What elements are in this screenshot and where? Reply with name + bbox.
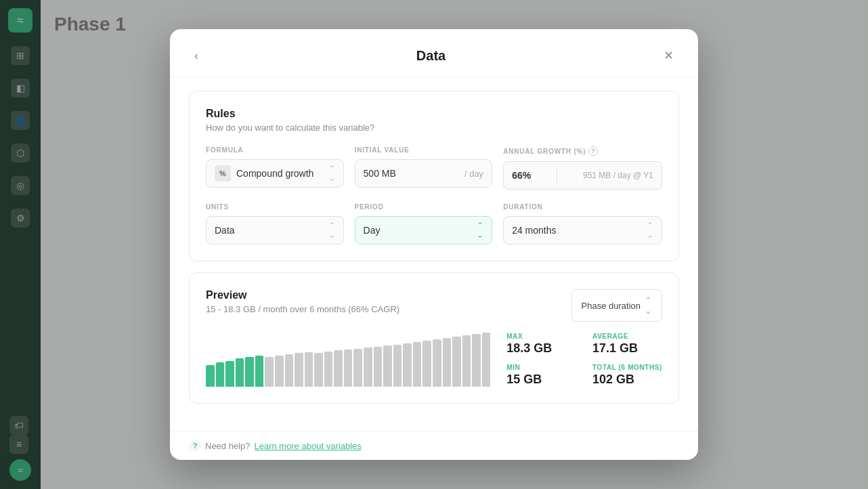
modal: ‹ Data ✕ Rules How do you want to calcul…: [170, 29, 698, 460]
preview-title-group: Preview 15 - 18.3 GB / month over 6 mont…: [206, 289, 399, 314]
chart-bar: [353, 349, 362, 387]
units-dropdown[interactable]: Data ⌃⌄: [206, 216, 344, 244]
min-label: MIN: [506, 364, 576, 371]
chart-bar: [305, 352, 313, 387]
modal-back-button[interactable]: ‹: [189, 46, 204, 66]
max-label: MAX: [506, 333, 576, 340]
chart-bar: [275, 356, 284, 387]
preview-header: Preview 15 - 18.3 GB / month over 6 mont…: [206, 289, 662, 322]
rules-card: Rules How do you want to calculate this …: [189, 91, 679, 261]
chart-bar: [216, 362, 225, 387]
period-chevron-icon: ⌃⌄: [477, 221, 483, 240]
rules-row-2: UNITS Data ⌃⌄ PERIOD Day ⌃⌄: [206, 203, 662, 244]
annual-growth-group: ANNUAL GROWTH (%) ? 66% 951 MB / day @ Y…: [503, 146, 662, 190]
chart-bar: [393, 345, 402, 387]
formula-dropdown[interactable]: % Compound growth ⌃⌄: [206, 159, 344, 188]
duration-label: DURATION: [503, 203, 662, 211]
initial-value-input[interactable]: 500 MB / day: [355, 159, 493, 188]
annual-preview: 951 MB / day @ Y1: [583, 171, 653, 180]
rules-row-1: FORMULA % Compound growth ⌃⌄ INITIAL VAL…: [206, 146, 662, 190]
chart-bar: [334, 350, 343, 387]
chart-bar: [236, 358, 244, 387]
modal-title: Data: [416, 48, 446, 64]
rules-title: Rules: [206, 108, 662, 120]
chart-container: MAX 18.3 GB AVERAGE 17.1 GB MIN 15 GB: [206, 333, 662, 387]
average-label: AVERAGE: [592, 333, 662, 340]
period-dropdown[interactable]: Day ⌃⌄: [355, 216, 493, 244]
chart-bar: [364, 347, 372, 387]
annual-label: ANNUAL GROWTH (%) ?: [503, 146, 662, 156]
modal-footer: ? Need help? Learn more about variables: [170, 431, 698, 460]
chart-bar: [374, 347, 383, 387]
modal-close-button[interactable]: ✕: [658, 45, 679, 66]
chart-bar: [206, 365, 215, 387]
min-value: 15 GB: [506, 373, 576, 387]
total-value: 102 GB: [592, 373, 662, 387]
duration-group: DURATION 24 months ⌃⌄: [503, 203, 662, 244]
annual-divider: [557, 167, 557, 184]
chart-bar: [452, 337, 461, 387]
annual-help-icon[interactable]: ?: [588, 146, 598, 156]
chart-bar: [255, 356, 264, 387]
chart-bar: [443, 338, 452, 387]
period-value: Day: [364, 225, 472, 236]
period-label: PERIOD: [355, 203, 493, 211]
duration-value: 24 months: [512, 225, 641, 236]
chart-bar: [422, 341, 431, 387]
preview-title: Preview: [206, 289, 399, 301]
units-chevron-icon: ⌃⌄: [328, 221, 335, 240]
phase-duration-button[interactable]: Phase duration ⌃⌄: [571, 289, 662, 322]
duration-dropdown[interactable]: 24 months ⌃⌄: [503, 216, 662, 244]
chart-bar: [472, 334, 481, 387]
chart-bar: [482, 333, 491, 387]
units-value: Data: [215, 225, 323, 236]
preview-card: Preview 15 - 18.3 GB / month over 6 mont…: [189, 272, 679, 404]
units-group: UNITS Data ⌃⌄: [206, 203, 344, 244]
formula-chevron-icon: ⌃⌄: [328, 164, 335, 183]
average-value: 17.1 GB: [592, 341, 662, 356]
initial-value-group: INITIAL VALUE 500 MB / day: [355, 146, 493, 190]
chart-bar: [433, 339, 441, 387]
chart-stats: MAX 18.3 GB AVERAGE 17.1 GB MIN 15 GB: [506, 333, 662, 387]
chart-bar: [225, 361, 234, 387]
chart-bar: [324, 352, 333, 387]
chart-bar: [285, 354, 294, 387]
rules-subtitle: How do you want to calculate this variab…: [206, 123, 662, 133]
formula-value: Compound growth: [236, 168, 323, 179]
total-label: TOTAL (6 MONTHS): [592, 364, 662, 371]
stat-max: MAX 18.3 GB: [506, 333, 576, 356]
footer-help-icon: ?: [189, 440, 201, 452]
initial-value: 500 MB: [364, 168, 464, 179]
formula-percent-icon: %: [215, 165, 231, 182]
formula-group: FORMULA % Compound growth ⌃⌄: [206, 146, 344, 190]
chart-bar: [295, 353, 303, 387]
footer-link[interactable]: Learn more about variables: [255, 441, 362, 451]
chart-bar: [265, 357, 274, 387]
formula-label: FORMULA: [206, 146, 344, 154]
chart-bar: [462, 335, 471, 387]
modal-header: ‹ Data ✕: [170, 29, 698, 77]
chart-bar: [413, 342, 422, 387]
duration-chevron-icon: ⌃⌄: [647, 221, 653, 240]
modal-overlay: ‹ Data ✕ Rules How do you want to calcul…: [0, 0, 868, 489]
chart: [206, 333, 490, 387]
initial-unit: / day: [464, 169, 483, 179]
phase-duration-chevron-icon: ⌃⌄: [645, 295, 652, 316]
chart-bar: [245, 357, 254, 387]
stat-min: MIN 15 GB: [506, 364, 576, 387]
phase-duration-label: Phase duration: [582, 301, 641, 311]
preview-subtitle: 15 - 18.3 GB / month over 6 months (66% …: [206, 304, 399, 314]
chart-bar: [344, 349, 353, 387]
chart-bar: [314, 353, 323, 387]
annual-percent: 66%: [512, 170, 531, 181]
chart-bar: [403, 343, 412, 387]
modal-body: Rules How do you want to calculate this …: [170, 77, 698, 431]
max-value: 18.3 GB: [506, 341, 576, 356]
period-group: PERIOD Day ⌃⌄: [355, 203, 493, 244]
chart-bar: [383, 345, 392, 387]
footer-help-text: Need help?: [205, 441, 251, 451]
annual-growth-input[interactable]: 66% 951 MB / day @ Y1: [503, 161, 662, 190]
stat-total: TOTAL (6 MONTHS) 102 GB: [592, 364, 662, 387]
stat-average: AVERAGE 17.1 GB: [592, 333, 662, 356]
initial-label: INITIAL VALUE: [355, 146, 493, 154]
